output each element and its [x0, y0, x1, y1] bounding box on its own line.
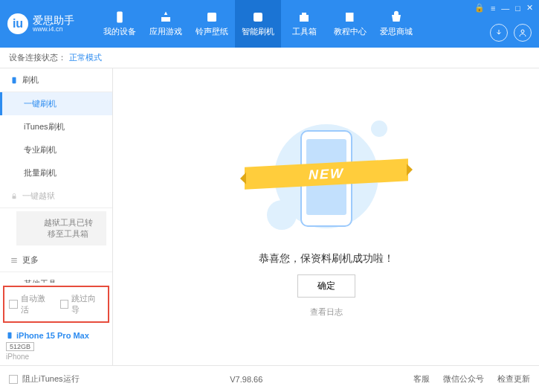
checkbox-label: 阻止iTunes运行 — [22, 373, 80, 385]
checkbox-label: 跳过向导 — [71, 293, 103, 315]
status-value: 正常模式 — [69, 52, 102, 63]
sidebar: 刷机 一键刷机 iTunes刷机 专业刷机 批量刷机 一键越狱 越狱工具已转移至… — [0, 68, 113, 365]
sidebar-item-pro[interactable]: 专业刷机 — [0, 138, 112, 161]
close-icon[interactable]: ✕ — [526, 3, 533, 13]
nav-label: 铃声壁纸 — [196, 26, 228, 37]
toolbox-icon — [297, 10, 311, 24]
download-icon — [494, 28, 503, 37]
section-label: 更多 — [22, 254, 39, 266]
nav-tutorials[interactable]: 教程中心 — [327, 0, 373, 48]
header-right-icons — [490, 24, 532, 42]
nav-label: 教程中心 — [334, 26, 367, 37]
phone-icon — [113, 10, 126, 24]
nav-label: 智能刷机 — [242, 26, 274, 37]
logo-icon: iu — [7, 13, 28, 34]
nav-my-device[interactable]: 我的设备 — [97, 0, 143, 48]
book-icon — [343, 10, 357, 24]
lock-section-icon — [10, 193, 18, 200]
maximize-icon[interactable]: □ — [515, 4, 520, 13]
window-controls: 🔒 ≡ — □ ✕ — [474, 3, 533, 13]
wallpaper-icon — [205, 10, 219, 24]
checkbox-icon — [60, 300, 69, 309]
block-itunes-checkbox[interactable]: 阻止iTunes运行 — [9, 373, 80, 385]
footer: 阻止iTunes运行 V7.98.66 客服 微信公众号 检查更新 — [0, 365, 539, 392]
sidebar-item-oneclick[interactable]: 一键刷机 — [0, 92, 112, 115]
nav-label: 应用游戏 — [149, 26, 182, 37]
nav-label: 我的设备 — [103, 26, 136, 37]
device-phone-icon — [6, 330, 13, 341]
status-label: 设备连接状态： — [9, 52, 66, 63]
success-illustration: NEW — [252, 117, 401, 243]
skip-guide-checkbox[interactable]: 跳过向导 — [60, 293, 104, 315]
device-capacity: 512GB — [6, 342, 34, 351]
user-button[interactable] — [514, 24, 532, 42]
sidebar-item-itunes[interactable]: iTunes刷机 — [0, 115, 112, 138]
svg-point-3 — [521, 30, 524, 33]
jailbreak-note: 越狱工具已转移至工具箱 — [16, 211, 106, 245]
svg-rect-4 — [13, 77, 16, 83]
footer-link-update[interactable]: 检查更新 — [497, 373, 530, 385]
device-info[interactable]: iPhone 15 Pro Max 512GB iPhone — [0, 326, 112, 365]
checkbox-icon — [9, 375, 18, 384]
new-ribbon: NEW — [245, 158, 408, 190]
device-name-label: iPhone 15 Pro Max — [16, 331, 89, 340]
checkbox-label: 自动激活 — [21, 293, 53, 315]
section-label: 刷机 — [22, 74, 39, 86]
device-type: iPhone — [6, 353, 106, 361]
flash-section-icon — [10, 77, 18, 84]
sidebar-item-other[interactable]: 其他工具 — [0, 272, 112, 283]
version-label: V7.98.66 — [230, 375, 262, 384]
flash-icon — [251, 10, 265, 24]
main-content: NEW 恭喜您，保资料刷机成功啦！ 确定 查看日志 — [113, 68, 539, 365]
confirm-button[interactable]: 确定 — [297, 274, 355, 298]
more-section-icon — [10, 257, 18, 264]
nav-store[interactable]: 爱思商城 — [373, 0, 419, 48]
sidebar-section-jailbreak: 一键越狱 — [0, 184, 112, 208]
footer-link-wechat[interactable]: 微信公众号 — [443, 373, 484, 385]
success-message: 恭喜您，保资料刷机成功啦！ — [259, 252, 394, 266]
menu-icon[interactable]: ≡ — [491, 4, 495, 13]
nav-flash[interactable]: 智能刷机 — [235, 0, 281, 48]
app-url: www.i4.cn — [33, 25, 74, 33]
minimize-icon[interactable]: — — [501, 4, 509, 13]
sidebar-item-batch[interactable]: 批量刷机 — [0, 161, 112, 184]
sidebar-section-flash[interactable]: 刷机 — [0, 68, 112, 92]
svg-rect-0 — [117, 12, 123, 23]
status-bar: 设备连接状态： 正常模式 — [0, 48, 539, 68]
nav-apps[interactable]: 应用游戏 — [143, 0, 189, 48]
logo: iu 爱思助手 www.i4.cn — [7, 13, 97, 34]
app-header: iu 爱思助手 www.i4.cn 我的设备 应用游戏 铃声壁纸 智能刷机 工具… — [0, 0, 539, 48]
footer-link-support[interactable]: 客服 — [413, 373, 430, 385]
sidebar-section-more[interactable]: 更多 — [0, 248, 112, 272]
top-nav: 我的设备 应用游戏 铃声壁纸 智能刷机 工具箱 教程中心 爱思商城 — [97, 0, 419, 48]
download-button[interactable] — [490, 24, 508, 42]
svg-rect-2 — [254, 13, 262, 22]
nav-label: 爱思商城 — [380, 26, 413, 37]
sidebar-options-highlighted: 自动激活 跳过向导 — [3, 286, 109, 323]
checkbox-icon — [9, 300, 18, 309]
lock-icon[interactable]: 🔒 — [474, 3, 485, 13]
auto-activate-checkbox[interactable]: 自动激活 — [9, 293, 53, 315]
view-log-link[interactable]: 查看日志 — [310, 306, 343, 318]
svg-rect-6 — [8, 332, 12, 338]
svg-rect-1 — [207, 13, 216, 22]
nav-toolbox[interactable]: 工具箱 — [281, 0, 327, 48]
app-name: 爱思助手 — [33, 15, 74, 25]
section-label: 一键越狱 — [22, 190, 55, 202]
nav-label: 工具箱 — [292, 26, 317, 37]
store-icon — [390, 10, 403, 24]
svg-rect-5 — [13, 196, 16, 199]
nav-ringtones[interactable]: 铃声壁纸 — [189, 0, 235, 48]
user-icon — [518, 28, 527, 37]
apps-icon — [159, 10, 172, 24]
